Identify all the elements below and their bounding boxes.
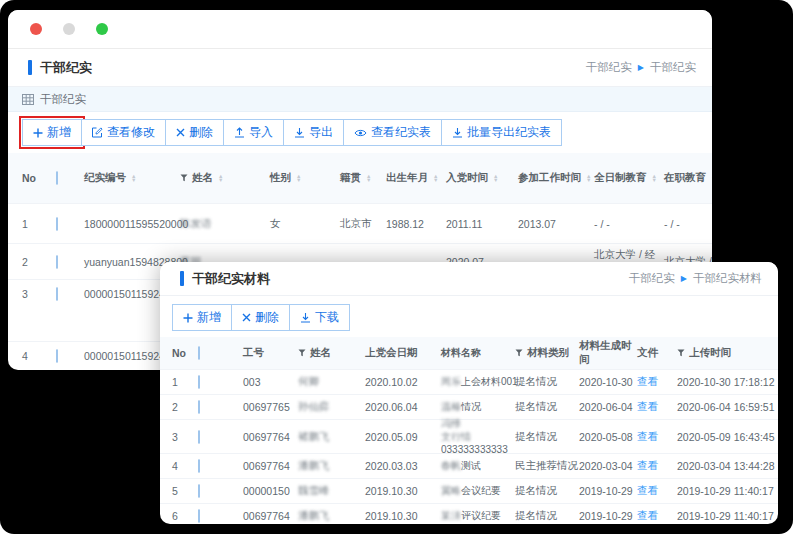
breadcrumb-parent[interactable]: 干部纪实 (629, 271, 675, 286)
sort-icon[interactable]: ▲▼ (366, 174, 371, 183)
table-row: 4 00697764 潘鹏飞 2020.03.03 春帆测试 民主推荐情况 20… (160, 453, 778, 478)
table-grid-icon (22, 94, 34, 105)
sort-icon[interactable]: ▲▼ (296, 174, 301, 183)
title-accent-bar (28, 60, 32, 75)
col-header-onjob-edu: 在职教育 (664, 171, 706, 185)
minimize-window-icon[interactable] (63, 23, 75, 35)
cell-material-name: 温椿情况 (441, 400, 515, 414)
row-checkbox[interactable] (56, 255, 58, 269)
breadcrumb: 干部纪实 ▶ 干部纪实材料 (629, 271, 762, 286)
plus-icon (183, 313, 193, 323)
row-checkbox[interactable] (56, 287, 58, 301)
cell-no: 3 (22, 288, 56, 300)
col-header-party-join: 入党时间 (446, 171, 488, 185)
front-window: 干部纪实材料 干部纪实 ▶ 干部纪实材料 新增 删除 下载 (160, 262, 778, 524)
add-button[interactable]: 新增 (22, 119, 82, 146)
front-page-header: 干部纪实材料 干部纪实 ▶ 干部纪实材料 (160, 262, 778, 296)
close-window-icon[interactable] (30, 23, 42, 35)
filter-icon[interactable] (515, 349, 523, 357)
cell-material-type: 提名情况 (515, 375, 579, 389)
col-header-material-type: 材料类别 (527, 346, 569, 360)
filter-icon[interactable] (298, 349, 306, 357)
cell-uploaded: 2019-10-29 11:40:17 (677, 485, 778, 497)
download-material-button[interactable]: 下载 (289, 304, 350, 331)
import-button[interactable]: 导入 (223, 119, 284, 146)
view-edit-button[interactable]: 查看修改 (81, 119, 166, 146)
col-header-name: 姓名 (192, 171, 213, 185)
filter-icon[interactable] (180, 174, 188, 182)
cell-no: 6 (172, 510, 198, 522)
row-checkbox[interactable] (198, 509, 200, 523)
row-checkbox[interactable] (198, 430, 200, 444)
view-file-link[interactable]: 查看 (637, 430, 658, 442)
select-all-checkbox[interactable] (56, 171, 58, 185)
page-title: 干部纪实材料 (192, 270, 270, 288)
row-checkbox[interactable] (198, 375, 200, 389)
view-file-link[interactable]: 查看 (637, 484, 658, 496)
sort-icon[interactable]: ▲▼ (586, 174, 591, 183)
table-row: 1 180000011595520000 陈发语 女 北京市 1988.12 2… (8, 203, 712, 243)
cell-emp-id: 00697764 (243, 431, 298, 443)
row-checkbox[interactable] (56, 349, 58, 363)
col-header-file: 文件 (637, 346, 677, 360)
cell-uploaded: 2020-06-04 16:59:51 (677, 401, 778, 413)
cell-name: 潘鹏飞 (298, 459, 330, 471)
sort-icon[interactable]: ▲▼ (433, 174, 438, 183)
cell-no: 4 (172, 460, 198, 472)
select-all-checkbox[interactable] (198, 346, 200, 360)
edit-icon (92, 127, 103, 138)
window-titlebar (8, 10, 712, 49)
sort-icon[interactable]: ▲▼ (218, 174, 223, 183)
col-header-gender: 性别 (270, 171, 291, 185)
row-checkbox[interactable] (198, 459, 200, 473)
table-row: 5 00000150 魏雪峰 2019.10.30 冀略会议纪要 提名情况 20… (160, 478, 778, 503)
table-row: 3 00697764 褚鹏飞 2020.05.09 冯悸 文行情03333333… (160, 419, 778, 453)
cell-no: 1 (22, 218, 56, 230)
download-icon (452, 127, 463, 138)
cell-generated: 2019-10-29 (579, 485, 637, 497)
sort-icon[interactable]: ▲▼ (493, 174, 498, 183)
delete-button[interactable]: 删除 (165, 119, 224, 146)
breadcrumb-arrow-icon: ▶ (681, 274, 687, 283)
view-record-sheet-button[interactable]: 查看纪实表 (343, 119, 442, 146)
filter-icon[interactable] (677, 349, 685, 357)
cell-birth-date: 1988.12 (386, 218, 446, 230)
cell-no: 5 (172, 485, 198, 497)
cell-emp-id: 003 (243, 376, 298, 388)
add-material-button[interactable]: 新增 (172, 304, 232, 331)
breadcrumb-current: 干部纪实 (650, 60, 696, 75)
row-checkbox[interactable] (56, 217, 58, 231)
col-header-no: No (172, 347, 198, 359)
breadcrumb-arrow-icon: ▶ (638, 63, 644, 72)
cell-generated: 2019-10-29 (579, 510, 637, 522)
view-file-link[interactable]: 查看 (637, 459, 658, 471)
export-button[interactable]: 导出 (283, 119, 344, 146)
cell-no: 4 (22, 350, 56, 362)
sort-icon[interactable]: ▲▼ (652, 174, 657, 183)
breadcrumb-parent[interactable]: 干部纪实 (586, 60, 632, 75)
cell-name: 潘鹏飞 (298, 509, 330, 521)
cell-material-type: 民主推荐情况 (515, 459, 579, 473)
cell-material-name: 周乐上会材料001 (441, 375, 515, 389)
cell-meeting-date: 2019.10.30 (365, 510, 441, 522)
batch-export-button[interactable]: 批量导出纪实表 (441, 119, 562, 146)
sort-icon[interactable]: ▲▼ (131, 174, 136, 183)
view-file-link[interactable]: 查看 (637, 400, 658, 412)
maximize-window-icon[interactable] (96, 23, 108, 35)
view-file-link[interactable]: 查看 (637, 509, 658, 521)
row-checkbox[interactable] (198, 484, 200, 498)
cell-name: 陈发语 (180, 217, 212, 229)
col-header-meeting-date: 上党会日期 (365, 346, 441, 360)
cell-name: 孙仙弈 (298, 400, 330, 412)
cell-meeting-date: 2020.03.03 (365, 460, 441, 472)
x-icon (176, 128, 185, 137)
cell-onjob-edu: - / - (664, 218, 712, 230)
cell-uploaded: 2019-10-29 11:40:17 (677, 510, 778, 522)
sort-icon[interactable]: ▲▼ (711, 174, 712, 183)
delete-material-button[interactable]: 删除 (231, 304, 290, 331)
row-checkbox[interactable] (198, 400, 200, 414)
front-toolbar: 新增 删除 下载 (160, 296, 778, 337)
view-file-link[interactable]: 查看 (637, 375, 658, 387)
cell-material-name: 冯悸 文行情033333333333 (441, 417, 515, 456)
cell-material-type: 提名情况 (515, 400, 579, 414)
